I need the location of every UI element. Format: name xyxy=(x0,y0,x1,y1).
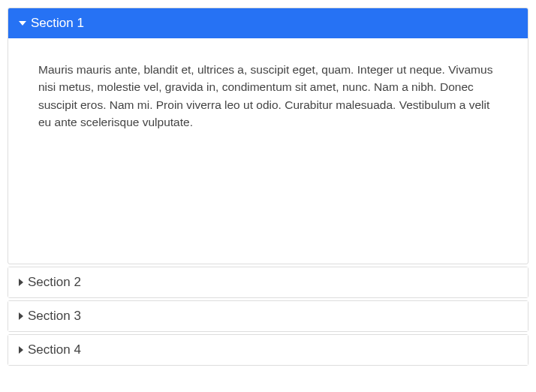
chevron-right-icon xyxy=(19,312,23,320)
accordion-title: Section 3 xyxy=(28,309,81,324)
section-body-text: Mauris mauris ante, blandit et, ultrices… xyxy=(38,61,498,131)
chevron-right-icon xyxy=(19,346,23,354)
accordion-header-1[interactable]: Section 1 xyxy=(8,8,528,38)
accordion-title: Section 1 xyxy=(31,16,84,31)
accordion-header-3[interactable]: Section 3 xyxy=(8,301,528,331)
accordion-header-2[interactable]: Section 2 xyxy=(8,267,528,297)
accordion-header-4[interactable]: Section 4 xyxy=(8,335,528,365)
accordion-section-4: Section 4 xyxy=(8,334,528,366)
chevron-right-icon xyxy=(19,279,23,286)
accordion-title: Section 2 xyxy=(28,275,81,290)
accordion: Section 1 Mauris mauris ante, blandit et… xyxy=(8,8,528,366)
chevron-down-icon xyxy=(19,21,26,26)
accordion-title: Section 4 xyxy=(28,342,81,357)
accordion-section-3: Section 3 xyxy=(8,300,528,332)
accordion-section-2: Section 2 xyxy=(8,267,528,298)
accordion-content-1: Mauris mauris ante, blandit et, ultrices… xyxy=(8,38,528,264)
accordion-section-1: Section 1 Mauris mauris ante, blandit et… xyxy=(8,8,528,264)
